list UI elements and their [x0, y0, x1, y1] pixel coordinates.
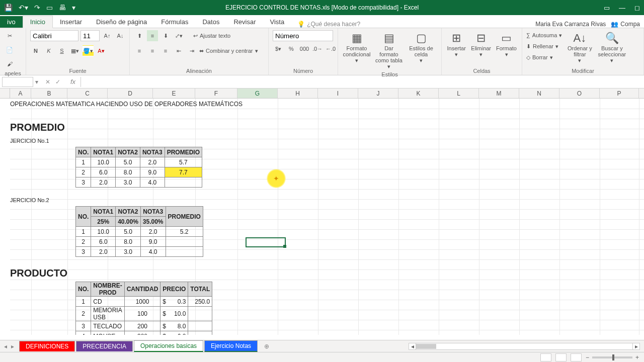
zoom-control[interactable]: − +	[586, 354, 639, 361]
tab-inicio[interactable]: Inicio	[23, 16, 53, 28]
formula-input[interactable]	[80, 77, 644, 87]
col-L[interactable]: L	[439, 88, 479, 98]
decrease-indent-icon[interactable]: ⇤	[173, 45, 184, 56]
col-G[interactable]: G	[237, 88, 278, 98]
borders-icon[interactable]: ▦▾	[69, 45, 80, 56]
scroll-thumb[interactable]	[416, 344, 436, 349]
font-size-select[interactable]	[80, 30, 100, 41]
font-color-icon[interactable]: A▾	[96, 45, 107, 56]
align-left-icon[interactable]: ≡	[134, 45, 145, 56]
col-P[interactable]: P	[600, 88, 639, 98]
format-painter-icon[interactable]: 🖌	[4, 58, 15, 69]
tab-nav-next-icon[interactable]: ▸	[11, 343, 18, 350]
col-F[interactable]: F	[195, 88, 237, 98]
touch-mode-icon[interactable]: ▭	[46, 4, 53, 12]
tab-nav-prev-icon[interactable]: ◂	[0, 343, 11, 350]
align-top-icon[interactable]: ⬆	[134, 30, 145, 41]
redo-icon[interactable]: ↷	[34, 4, 40, 12]
name-box-dropdown-icon[interactable]: ▾	[33, 78, 40, 85]
fill-color-icon[interactable]: 🪣▾	[83, 45, 94, 56]
col-N[interactable]: N	[519, 88, 559, 98]
share-button[interactable]: 👥Compa	[611, 21, 644, 28]
comma-icon[interactable]: 000	[299, 43, 310, 54]
normal-view-icon[interactable]	[540, 353, 551, 361]
page-break-view-icon[interactable]	[571, 353, 582, 361]
tab-diseno[interactable]: Diseño de página	[89, 16, 154, 28]
decrease-font-icon[interactable]: A↓	[115, 30, 126, 41]
new-sheet-button[interactable]: ⊕	[261, 343, 273, 350]
sort-filter-button[interactable]: A↓Ordenar y filtrar▾	[565, 30, 594, 64]
tell-me[interactable]: 💡¿Qué desea hacer?	[291, 21, 360, 28]
col-I[interactable]: I	[318, 88, 358, 98]
minimize-icon[interactable]: —	[619, 4, 625, 12]
find-select-button[interactable]: 🔍Buscar y seleccionar▾	[597, 30, 626, 64]
tab-formulas[interactable]: Fórmulas	[154, 16, 195, 28]
cut-icon[interactable]: ✂	[4, 30, 15, 41]
decrease-decimal-icon[interactable]: ←.0	[325, 43, 336, 54]
underline-button[interactable]: S	[56, 45, 67, 56]
sheet-tab-ejercicio-notas[interactable]: Ejercicio Notas	[204, 340, 258, 352]
col-J[interactable]: J	[358, 88, 398, 98]
increase-font-icon[interactable]: A↑	[102, 30, 113, 41]
save-icon[interactable]: 💾	[4, 4, 13, 12]
accept-formula-icon[interactable]: ✓	[55, 78, 60, 85]
clear-button[interactable]: ◇ Borrar ▾	[526, 52, 562, 62]
sheet-tab-definiciones[interactable]: DEFINICIONES	[19, 341, 75, 351]
wrap-text-button[interactable]: ↩ Ajustar texto	[193, 31, 230, 41]
insert-cells-button[interactable]: ⊞Insertar▾	[446, 30, 467, 58]
increase-decimal-icon[interactable]: .0→	[312, 43, 323, 54]
italic-button[interactable]: K	[43, 45, 54, 56]
tab-datos[interactable]: Datos	[195, 16, 226, 28]
increase-indent-icon[interactable]: ⇥	[186, 45, 197, 56]
horizontal-scrollbar[interactable]: ◂ ▸	[409, 343, 640, 350]
bold-button[interactable]: N	[30, 45, 41, 56]
col-E[interactable]: E	[153, 88, 195, 98]
align-center-icon[interactable]: ≡	[147, 45, 158, 56]
align-middle-icon[interactable]: ≡	[147, 30, 158, 41]
scroll-right-icon[interactable]: ▸	[632, 343, 639, 349]
col-M[interactable]: M	[479, 88, 519, 98]
qat-more-icon[interactable]: ▾	[72, 4, 75, 12]
col-A[interactable]: A	[10, 88, 31, 98]
zoom-slider[interactable]	[592, 356, 632, 358]
zoom-in-icon[interactable]: +	[635, 354, 639, 361]
worksheet-area[interactable]: OPERACIONES MATEMATICA HACIENDO USO DE O…	[0, 99, 644, 335]
tab-archivo[interactable]: ivo	[0, 16, 23, 28]
name-box[interactable]	[2, 77, 33, 87]
col-O[interactable]: O	[559, 88, 600, 98]
ribbon-options-icon[interactable]: ▭	[604, 4, 610, 12]
undo-icon[interactable]: ↶▾	[19, 4, 28, 12]
percent-icon[interactable]: %	[286, 43, 297, 54]
fill-button[interactable]: ⬇ Rellenar ▾	[526, 41, 562, 51]
sheet-tab-operaciones[interactable]: Operaciones basicas	[134, 340, 203, 352]
zoom-out-icon[interactable]: −	[586, 354, 589, 361]
print-icon[interactable]: 🖶	[59, 4, 66, 12]
tab-insertar[interactable]: Insertar	[53, 16, 89, 28]
delete-cells-button[interactable]: ⊟Eliminar▾	[470, 30, 492, 58]
align-bottom-icon[interactable]: ⬇	[160, 30, 171, 41]
cell-styles-button[interactable]: ▢Estilos de celda▾	[407, 30, 436, 64]
currency-icon[interactable]: $▾	[273, 43, 284, 54]
format-cells-button[interactable]: ▭Formato▾	[495, 30, 518, 58]
page-layout-view-icon[interactable]	[555, 353, 567, 361]
col-B[interactable]: B	[31, 88, 67, 98]
align-right-icon[interactable]: ≡	[160, 45, 171, 56]
merge-center-button[interactable]: ⬌ Combinar y centrar ▾	[199, 46, 258, 56]
cancel-formula-icon[interactable]: ✕	[45, 78, 50, 85]
col-H[interactable]: H	[278, 88, 318, 98]
format-table-button[interactable]: ▤Dar formato como tabla▾	[374, 30, 404, 70]
autosum-button[interactable]: ∑ Autosuma ▾	[526, 30, 562, 40]
orientation-icon[interactable]: ⤢▾	[173, 30, 184, 41]
scroll-left-icon[interactable]: ◂	[409, 343, 416, 349]
conditional-format-button[interactable]: ▦Formato condicional▾	[342, 30, 371, 64]
col-D[interactable]: D	[108, 88, 153, 98]
sheet-tab-precedencia[interactable]: PRECEDENCIA	[76, 341, 133, 351]
copy-icon[interactable]: 📄	[4, 44, 15, 55]
font-family-select[interactable]	[30, 30, 78, 41]
col-C[interactable]: C	[67, 88, 108, 98]
maximize-icon[interactable]: ◻	[634, 4, 640, 12]
fx-icon[interactable]: fx	[65, 78, 80, 85]
tab-revisar[interactable]: Revisar	[226, 16, 263, 28]
tab-vista[interactable]: Vista	[263, 16, 292, 28]
number-format-select[interactable]	[273, 30, 333, 41]
